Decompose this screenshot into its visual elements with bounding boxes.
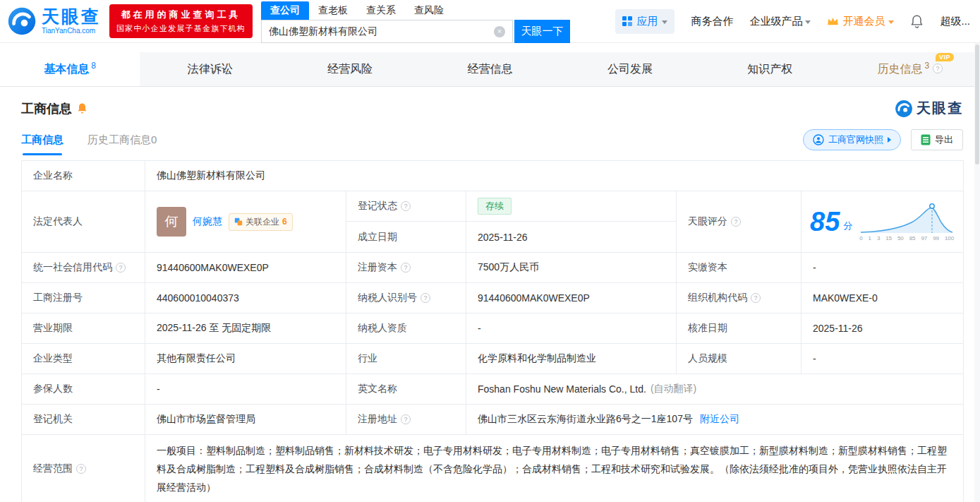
nav-tab-history-info-label: 历史信息 xyxy=(877,62,922,77)
field-value-legal-rep: 何 何婉慧 关联企业 6 xyxy=(145,191,346,253)
search-tab-company[interactable]: 查公司 xyxy=(261,1,309,20)
nav-tab-legal-proceedings[interactable]: 法律诉讼 xyxy=(140,52,279,86)
field-label-reg-status: 登记状态 xyxy=(346,191,466,222)
table-row: 营业期限 2025-11-26 至 无固定期限 纳税人资质 - 核准日期 202… xyxy=(22,313,964,344)
section-header: 工商信息 天眼查 xyxy=(0,87,980,124)
nav-tab-intellectual-property-label: 知识产权 xyxy=(747,62,792,77)
field-value-establish-date-text: 2025-11-26 xyxy=(478,232,528,243)
field-label-insured-count: 参保人数 xyxy=(22,374,145,405)
search-input[interactable] xyxy=(269,26,494,37)
notification-bell-icon[interactable] xyxy=(910,14,924,29)
menu-open-vip-label: 开通会员 xyxy=(842,15,885,28)
clear-icon[interactable] xyxy=(494,26,505,37)
top-header: 天眼查 TianYanCha.com 都在用的商业查询工具 国家中小企业发展子基… xyxy=(0,0,980,43)
menu-business-cooperation-label: 商务合作 xyxy=(691,15,733,28)
field-label-reg-authority: 登记机关 xyxy=(22,405,145,435)
field-label-company-name: 企业名称 xyxy=(22,161,145,191)
search-button[interactable]: 天眼一下 xyxy=(514,20,570,43)
legal-rep-avatar[interactable]: 何 xyxy=(157,207,186,237)
field-label-establish-date-text: 成立日期 xyxy=(358,231,397,244)
crown-icon xyxy=(827,16,839,26)
nav-tab-operating-info[interactable]: 经营信息 xyxy=(420,52,559,86)
field-value-company-type: 其他有限责任公司 xyxy=(145,344,346,374)
nav-tab-history-info[interactable]: 历史信息 3 VIP xyxy=(840,52,980,86)
field-label-business-scope-text: 经营范围 xyxy=(33,462,73,475)
tianyancha-logo[interactable]: 天眼查 TianYanCha.com xyxy=(7,6,101,36)
table-row: 经营范围 一般项目：塑料制品制造；塑料制品销售；新材料技术研发；电子专用材料研发… xyxy=(22,435,964,502)
axis-tick: 50 xyxy=(897,235,904,241)
nav-tab-operating-info-label: 经营信息 xyxy=(467,62,512,77)
nav-tab-company-development[interactable]: 公司发展 xyxy=(560,52,700,86)
help-icon[interactable] xyxy=(933,64,943,73)
help-icon[interactable] xyxy=(751,293,761,303)
help-icon[interactable] xyxy=(731,217,741,227)
official-snapshot-button[interactable]: 工商官网快照 xyxy=(803,129,901,150)
field-label-business-term: 营业期限 xyxy=(22,313,145,344)
chevron-down-icon xyxy=(662,20,667,24)
field-label-establish-date: 成立日期 xyxy=(346,222,466,252)
search-tab-relation[interactable]: 查关系 xyxy=(357,1,405,20)
brand-logo-icon xyxy=(895,100,913,118)
snapshot-person-icon xyxy=(813,134,824,145)
help-icon[interactable] xyxy=(401,201,411,211)
help-icon[interactable] xyxy=(401,414,411,424)
field-label-taxpayer-id-text: 纳税人识别号 xyxy=(358,292,417,304)
field-value-company-name: 佛山佛塑新材料有限公司 xyxy=(145,161,964,191)
help-icon[interactable] xyxy=(421,293,430,303)
nav-tab-company-development-label: 公司发展 xyxy=(607,62,653,77)
nav-tab-basic-info[interactable]: 基本信息8 xyxy=(0,52,140,86)
top-menu: 应用 商务合作 企业级产品 开通会员 超级... xyxy=(615,9,970,34)
field-label-english-name: 英文名称 xyxy=(346,374,466,405)
brand-watermark: 天眼查 xyxy=(895,99,963,118)
field-value-staff-size: - xyxy=(801,344,964,374)
related-companies-badge[interactable]: 关联企业 6 xyxy=(229,213,293,231)
field-label-legal-rep: 法定代表人 xyxy=(22,191,145,253)
tianyancha-logo-icon xyxy=(7,6,37,36)
field-label-credit-code-text: 统一社会信用代码 xyxy=(33,261,112,274)
subscribe-bell-icon[interactable] xyxy=(77,102,87,114)
promo-badge[interactable]: 都在用的商业查询工具 国家中小企业发展子基金旗下机构 xyxy=(109,4,253,38)
menu-apps[interactable]: 应用 xyxy=(615,9,674,34)
nav-tab-operating-risk-label: 经营风险 xyxy=(327,62,373,77)
axis-tick: 0 xyxy=(859,235,862,241)
menu-super-vip[interactable]: 超级... xyxy=(940,15,970,28)
menu-open-vip[interactable]: 开通会员 xyxy=(827,15,894,28)
status-badge: 存续 xyxy=(478,198,512,215)
subtab-business-info[interactable]: 工商信息 xyxy=(21,124,63,155)
field-value-taxpayer-id: 91440600MAK0WEXE0P xyxy=(466,283,677,313)
legal-rep-name-link[interactable]: 何婉慧 xyxy=(193,215,222,228)
english-name-text: Foshan Foshu New Materials Co., Ltd. xyxy=(478,383,646,395)
field-label-credit-code: 统一社会信用代码 xyxy=(22,253,145,283)
field-value-reg-authority: 佛山市市场监督管理局 xyxy=(145,405,346,435)
vip-badge: VIP xyxy=(936,53,954,61)
logo-subtitle: TianYanCha.com xyxy=(42,28,101,35)
scrollbar-thumb[interactable] xyxy=(975,44,979,165)
nav-tab-intellectual-property[interactable]: 知识产权 xyxy=(700,52,840,86)
business-info-table: 企业名称 佛山佛塑新材料有限公司 法定代表人 何 何婉慧 关联企业 6 xyxy=(21,160,964,502)
search-tab-boss[interactable]: 查老板 xyxy=(309,1,357,20)
menu-enterprise-products-label: 企业级产品 xyxy=(749,15,802,28)
help-icon[interactable] xyxy=(116,263,126,273)
nav-tab-operating-risk[interactable]: 经营风险 xyxy=(280,52,420,86)
field-value-business-term: 2025-11-26 至 无固定期限 xyxy=(145,313,346,344)
nearby-companies-link[interactable]: 附近公司 xyxy=(700,413,739,426)
subtab-history-business-info[interactable]: 历史工商信息0 xyxy=(87,124,157,155)
help-icon[interactable] xyxy=(401,263,411,273)
table-row: 企业类型 其他有限责任公司 行业 化学原料和化学制品制造业 人员规模 - xyxy=(22,344,964,374)
field-value-english-name: Foshan Foshu New Materials Co., Ltd. (自动… xyxy=(466,374,964,405)
search-tab-risk[interactable]: 查风险 xyxy=(405,1,453,20)
field-label-staff-size: 人员规模 xyxy=(677,344,801,374)
menu-business-cooperation[interactable]: 商务合作 xyxy=(691,15,733,28)
logo-title: 天眼查 xyxy=(42,8,101,25)
menu-enterprise-products[interactable]: 企业级产品 xyxy=(749,15,811,28)
field-value-org-code: MAK0WEXE-0 xyxy=(801,283,964,313)
field-value-paid-capital: - xyxy=(801,253,964,283)
help-icon[interactable] xyxy=(76,464,86,474)
chevron-down-icon xyxy=(805,20,811,24)
reg-address-text: 佛山市三水区云东海街道永业路6号之一1座107号 xyxy=(478,413,693,426)
field-value-score: 85 分 0 1 3 xyxy=(801,191,964,253)
related-companies-count: 6 xyxy=(282,217,287,227)
export-button[interactable]: 导出 xyxy=(911,129,963,150)
table-row: 统一社会信用代码 91440600MAK0WEXE0P 注册资本 7500万人民… xyxy=(22,253,964,283)
tab-count-badge: 3 xyxy=(924,61,929,71)
